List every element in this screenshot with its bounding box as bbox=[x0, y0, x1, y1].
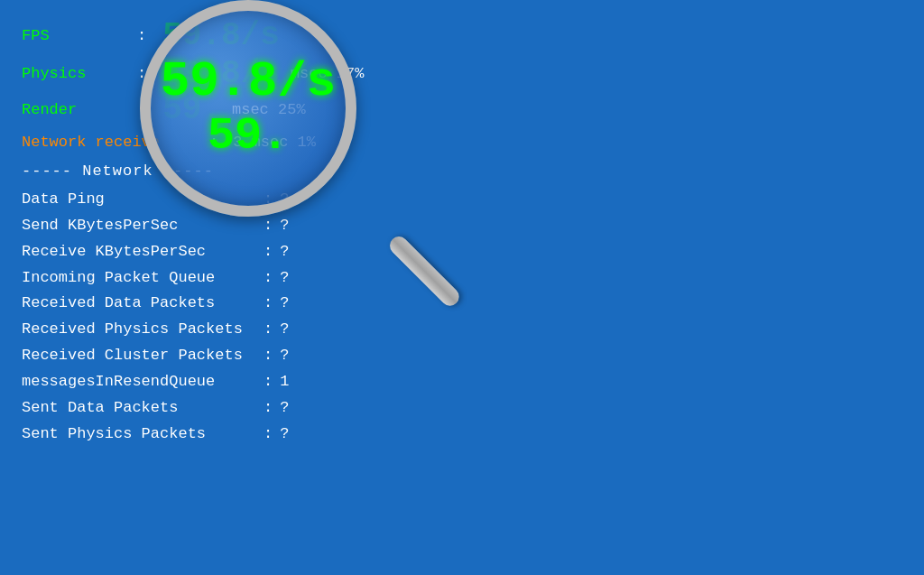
list-item: Received Cluster Packets : ? bbox=[22, 343, 902, 369]
row-label-6: Received Cluster Packets bbox=[22, 343, 256, 369]
row-value-7: 1 bbox=[280, 369, 289, 395]
row-value-8: ? bbox=[280, 395, 289, 422]
fps-row: FPS : 59.8/s bbox=[22, 16, 902, 56]
row-value-9: ? bbox=[280, 422, 289, 448]
row-label-8: Sent Data Packets bbox=[22, 395, 256, 422]
physics-row: Physics : 59.8/s msec 17% bbox=[22, 56, 902, 92]
render-value: 59. bbox=[162, 94, 221, 126]
list-item: Received Data Packets : ? bbox=[22, 291, 902, 317]
network-receive-label: Network receive bbox=[22, 130, 202, 156]
list-item: messagesInResendQueue : 1 bbox=[22, 369, 902, 395]
physics-value: 59.8/s bbox=[162, 58, 280, 90]
debug-panel: FPS : 59.8/s Physics : 59.8/s msec 17% R… bbox=[0, 0, 924, 575]
render-colon: : bbox=[137, 97, 146, 124]
network-receive-row: Network receive : 3 msec 1% bbox=[22, 128, 902, 157]
list-item: Send KBytesPerSec : ? bbox=[22, 213, 902, 239]
row-label-7: messagesInResendQueue bbox=[22, 369, 256, 395]
physics-msec: msec 17% bbox=[291, 61, 365, 88]
row-colon-0: : bbox=[263, 187, 273, 213]
list-item: Received Physics Packets : ? bbox=[22, 317, 902, 343]
network-section: Data Ping : ? Send KBytesPerSec : ? Rece… bbox=[22, 187, 902, 448]
row-label-3: Incoming Packet Queue bbox=[22, 265, 256, 292]
physics-colon: : bbox=[137, 61, 146, 88]
render-row: Render : 59. msec 25% bbox=[22, 92, 902, 128]
row-label-5: Received Physics Packets bbox=[22, 317, 256, 343]
row-label-2: Receive KBytesPerSec bbox=[22, 239, 256, 265]
network-receive-colon: : bbox=[209, 130, 218, 156]
list-item: Incoming Packet Queue : ? bbox=[22, 265, 902, 292]
fps-label: FPS bbox=[22, 23, 130, 50]
physics-label: Physics bbox=[22, 61, 130, 88]
row-colon-5: : bbox=[263, 317, 273, 343]
list-item: Receive KBytesPerSec : ? bbox=[22, 239, 902, 265]
row-value-2: ? bbox=[280, 239, 289, 265]
row-colon-3: : bbox=[263, 265, 273, 292]
row-value-0: ? bbox=[280, 187, 289, 213]
fps-colon: : bbox=[137, 23, 146, 50]
list-item: Sent Data Packets : ? bbox=[22, 395, 902, 422]
row-value-6: ? bbox=[280, 343, 289, 369]
row-colon-6: : bbox=[263, 343, 273, 369]
network-receive-msec: 3 msec 1% bbox=[233, 130, 316, 156]
render-msec: msec 25% bbox=[232, 97, 306, 124]
row-label-4: Received Data Packets bbox=[22, 291, 256, 317]
row-colon-2: : bbox=[263, 239, 273, 265]
network-separator: ----- Network ----- bbox=[22, 159, 902, 185]
row-label-1: Send KBytesPerSec bbox=[22, 213, 256, 239]
row-colon-9: : bbox=[263, 422, 273, 448]
row-colon-1: : bbox=[263, 213, 273, 239]
row-colon-8: : bbox=[263, 395, 273, 422]
row-value-4: ? bbox=[280, 291, 289, 317]
fps-value: 59.8/s bbox=[162, 20, 280, 52]
row-colon-4: : bbox=[263, 291, 273, 317]
row-label-0: Data Ping bbox=[22, 187, 256, 213]
render-label: Render bbox=[22, 97, 130, 124]
row-colon-7: : bbox=[263, 369, 273, 395]
row-value-1: ? bbox=[280, 213, 289, 239]
row-value-5: ? bbox=[280, 317, 289, 343]
row-value-3: ? bbox=[280, 265, 289, 292]
list-item: Sent Physics Packets : ? bbox=[22, 422, 902, 448]
list-item: Data Ping : ? bbox=[22, 187, 902, 213]
row-label-9: Sent Physics Packets bbox=[22, 422, 256, 448]
